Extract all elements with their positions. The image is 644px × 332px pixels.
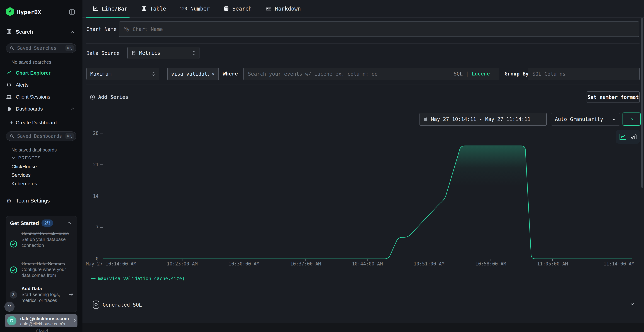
step-subtitle: Start sending logs, metrics, or traces xyxy=(22,292,68,304)
svg-text:10:44:00 AM: 10:44:00 AM xyxy=(352,261,383,266)
main-content: Line/Bar Table 123 Number Search Markdow… xyxy=(82,0,644,332)
search-section-chevron-up-icon[interactable] xyxy=(70,30,75,35)
svg-text:11:14:00 AM: 11:14:00 AM xyxy=(604,261,634,266)
svg-text:May 27 10:14:00 AM: May 27 10:14:00 AM xyxy=(86,261,136,266)
sidebar-item-chart-explorer[interactable]: Chart Explorer xyxy=(0,69,82,77)
step-title: Add Data xyxy=(22,286,68,292)
collapse-sidebar-icon[interactable] xyxy=(68,8,76,16)
clipped-overflow-text: Cloud xyxy=(36,328,48,332)
chevron-down-icon xyxy=(12,156,16,160)
help-button[interactable]: ? xyxy=(4,302,14,312)
chart-legend[interactable]: max(visa_validation_cache.size) xyxy=(91,276,185,281)
svg-text:14: 14 xyxy=(93,193,98,199)
preset-kubernetes[interactable]: Kubernetes xyxy=(12,181,37,186)
no-saved-searches-note: No saved searches xyxy=(12,60,51,65)
sidebar-item-label: Client Sessions xyxy=(16,94,50,100)
step-title: Create Data Sources xyxy=(22,261,74,266)
get-started-title: Get Started xyxy=(10,220,39,226)
chevron-down-icon xyxy=(630,302,635,307)
generated-sql-section[interactable]: Generated SQL xyxy=(82,286,644,323)
step-subtitle: Set up your database connection xyxy=(22,236,74,248)
presets-toggle[interactable]: PRESETS xyxy=(12,156,41,160)
sidebar-item-team-settings[interactable]: ⚙ Team Settings xyxy=(0,197,82,205)
generated-sql-label: Generated SQL xyxy=(103,302,142,308)
sidebar-item-client-sessions[interactable]: Client Sessions xyxy=(0,93,82,101)
code-icon xyxy=(93,300,100,310)
app-logo-text: HyperDX xyxy=(17,9,41,16)
saved-searches-kbd: ⌘K xyxy=(66,45,74,51)
team-settings-label: Team Settings xyxy=(16,198,50,204)
step-check-icon xyxy=(10,240,18,249)
app: ⚡ HyperDX Search ⌘K No saved searches Ch… xyxy=(0,0,644,332)
sidebar-section-search[interactable]: Search xyxy=(16,29,33,35)
sidebar-item-dashboards[interactable]: Dashboards xyxy=(0,105,82,113)
svg-text:10:23:00 AM: 10:23:00 AM xyxy=(167,261,198,266)
svg-text:10:51:00 AM: 10:51:00 AM xyxy=(414,261,444,266)
saved-dashboards-search[interactable]: ⌘K xyxy=(6,132,76,141)
plus-icon: + xyxy=(10,120,13,126)
chevron-right-icon xyxy=(73,318,77,324)
get-started-chevron-up-icon[interactable] xyxy=(67,221,72,225)
search-section-icon xyxy=(6,28,12,36)
svg-text:0: 0 xyxy=(96,256,98,262)
get-started-panel: Get Started 2/3 Connect to ClickHouse Se… xyxy=(6,216,77,312)
line-chart-plot[interactable]: 07142128May 27 10:14:00 AM10:23:00 AM10:… xyxy=(82,0,644,332)
step-subtitle: Configure where your data comes from xyxy=(22,266,74,278)
search-icon xyxy=(10,46,14,50)
svg-text:10:30:00 AM: 10:30:00 AM xyxy=(228,261,259,266)
sidebar-item-label: Dashboards xyxy=(16,106,43,112)
arrow-right-icon[interactable] xyxy=(68,292,74,298)
preset-clickhouse[interactable]: ClickHouse xyxy=(12,164,37,170)
series-line xyxy=(103,146,632,259)
step-number-badge: 3 xyxy=(10,291,17,298)
create-dashboard-label: Create Dashboard xyxy=(16,120,57,126)
search-icon xyxy=(10,134,14,138)
get-started-step-1[interactable]: Connect to ClickHouse Set up your databa… xyxy=(22,230,74,248)
step-title: Connect to ClickHouse xyxy=(22,230,74,236)
presets-label: PRESETS xyxy=(18,156,41,160)
scrollbar-thumb[interactable] xyxy=(641,18,643,188)
create-dashboard-button[interactable]: + Create Dashboard xyxy=(0,119,82,127)
svg-text:11:05:00 AM: 11:05:00 AM xyxy=(537,261,568,266)
dashboards-icon xyxy=(6,106,12,112)
series-area xyxy=(103,146,632,259)
avatar: D xyxy=(7,316,16,326)
laptop-icon xyxy=(6,94,12,100)
saved-dashboards-input[interactable] xyxy=(17,133,63,139)
get-started-step-2[interactable]: Create Data Sources Configure where your… xyxy=(22,261,74,278)
sidebar-item-label: Alerts xyxy=(16,82,28,88)
svg-text:7: 7 xyxy=(96,225,98,230)
step-check-icon xyxy=(10,266,18,274)
svg-text:10:58:00 AM: 10:58:00 AM xyxy=(475,261,506,266)
svg-text:10:37:00 AM: 10:37:00 AM xyxy=(290,261,321,266)
chart-axes: 07142128May 27 10:14:00 AM10:23:00 AM10:… xyxy=(86,130,634,266)
gear-icon: ⚙ xyxy=(6,197,12,204)
chart-line-icon xyxy=(6,70,12,76)
user-email: dale@clickhouse.com xyxy=(20,316,69,322)
user-menu[interactable]: D dale@clickhouse.com dale@clickhouse.co… xyxy=(5,314,78,327)
saved-dashboards-kbd: ⌘K xyxy=(66,133,74,139)
saved-searches-input[interactable] xyxy=(17,45,63,51)
sidebar-item-alerts[interactable]: Alerts xyxy=(0,81,82,89)
sidebar-divider xyxy=(0,40,82,40)
get-started-progress-badge: 2/3 xyxy=(42,220,53,227)
svg-text:21: 21 xyxy=(93,162,98,168)
bell-icon xyxy=(6,82,12,88)
sidebar: ⚡ HyperDX Search ⌘K No saved searches Ch… xyxy=(0,0,83,332)
legend-dash xyxy=(91,278,96,279)
user-subtext: dale@clickhouse.com's xyxy=(20,322,65,326)
sidebar-item-label: Chart Explorer xyxy=(16,70,51,76)
no-saved-dashboards-note: No saved dashboards xyxy=(12,147,57,153)
page-footer-area xyxy=(82,323,644,332)
legend-label: max(visa_validation_cache.size) xyxy=(98,276,185,281)
dashboards-chevron-up-icon[interactable] xyxy=(70,107,75,111)
preset-services[interactable]: Services xyxy=(12,172,30,178)
saved-searches-search[interactable]: ⌘K xyxy=(6,44,76,53)
get-started-step-3[interactable]: Add Data Start sending logs, metrics, or… xyxy=(22,286,68,304)
svg-text:28: 28 xyxy=(93,130,98,136)
hyperdx-logo-icon: ⚡ xyxy=(6,7,14,16)
